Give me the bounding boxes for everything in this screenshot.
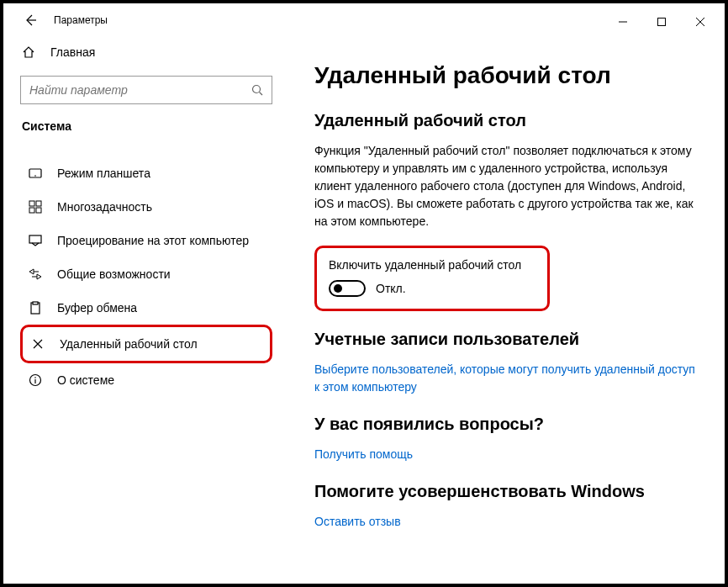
sidebar-item-label: Удаленный рабочий стол: [60, 337, 198, 351]
feedback-section-title: Помогите усовершенствовать Windows: [314, 482, 699, 501]
search-icon: [251, 84, 263, 96]
page-title: Удаленный рабочий стол: [314, 62, 699, 89]
rdp-toggle[interactable]: [329, 280, 366, 297]
rdp-section-title: Удаленный рабочий стол: [314, 111, 699, 130]
sidebar-item-label: Многозадачность: [57, 200, 152, 214]
project-icon: [27, 234, 44, 247]
sidebar-item-multitasking[interactable]: Многозадачность: [20, 190, 272, 224]
rdp-toggle-label: Включить удаленный рабочий стол: [329, 258, 535, 272]
svg-rect-5: [36, 201, 41, 206]
remote-icon: [29, 337, 46, 351]
minimize-icon: [619, 18, 627, 26]
app-title: Параметры: [54, 14, 108, 26]
tablet-icon: [27, 167, 44, 180]
svg-point-3: [34, 175, 36, 177]
sidebar-item-label: Буфер обмена: [57, 301, 137, 315]
arrow-left-icon: [24, 13, 37, 27]
sidebar-item-projecting[interactable]: Проецирование на этот компьютер: [20, 224, 272, 257]
search-input[interactable]: [29, 83, 251, 97]
sidebar-item-tablet-mode[interactable]: Режим планшета: [20, 156, 272, 190]
rdp-toggle-state: Откл.: [376, 282, 406, 295]
maximize-button[interactable]: [642, 8, 681, 35]
maximize-icon: [657, 18, 666, 26]
category-label: Система: [20, 119, 272, 133]
svg-rect-6: [29, 208, 34, 213]
select-users-link[interactable]: Выберите пользователей, которые могут по…: [314, 361, 699, 396]
users-section-title: Учетные записи пользователей: [314, 330, 699, 349]
sidebar-item-label: Проецирование на этот компьютер: [57, 234, 249, 247]
feedback-link[interactable]: Оставить отзыв: [314, 513, 699, 531]
rdp-description: Функция "Удаленный рабочий стол" позволя…: [314, 142, 699, 230]
home-icon: [20, 45, 37, 59]
toggle-knob: [334, 284, 342, 293]
sidebar-item-label: О системе: [57, 373, 114, 387]
multitask-icon: [27, 200, 44, 214]
back-button[interactable]: [20, 10, 40, 30]
search-input-container[interactable]: [20, 76, 272, 104]
svg-rect-0: [658, 19, 666, 26]
svg-point-12: [34, 377, 36, 378]
home-button[interactable]: Главная: [20, 37, 272, 67]
sidebar-item-shared-experiences[interactable]: Общие возможности: [20, 257, 272, 291]
minimize-button[interactable]: [604, 8, 642, 35]
close-button[interactable]: [681, 8, 720, 35]
sidebar: Главная Система Режим планшета Многозада…: [3, 37, 289, 584]
sidebar-item-label: Режим планшета: [57, 167, 150, 180]
shared-icon: [27, 267, 44, 281]
close-icon: [696, 18, 704, 26]
get-help-link[interactable]: Получить помощь: [314, 446, 699, 463]
sidebar-item-remote-desktop[interactable]: Удаленный рабочий стол: [20, 325, 272, 363]
svg-rect-7: [36, 208, 41, 213]
svg-rect-4: [29, 201, 34, 206]
clipboard-icon: [27, 301, 44, 315]
sidebar-item-label: Общие возможности: [57, 267, 171, 281]
main-panel: Удаленный рабочий стол Удаленный рабочий…: [289, 37, 725, 584]
svg-rect-8: [29, 235, 41, 243]
svg-rect-10: [33, 302, 38, 304]
about-icon: [27, 373, 44, 387]
sidebar-item-about[interactable]: О системе: [20, 363, 272, 397]
rdp-toggle-highlight: Включить удаленный рабочий стол Откл.: [314, 246, 550, 311]
help-section-title: У вас появились вопросы?: [314, 415, 699, 434]
home-label: Главная: [50, 45, 95, 59]
svg-point-1: [253, 86, 261, 93]
sidebar-item-clipboard[interactable]: Буфер обмена: [20, 291, 272, 325]
